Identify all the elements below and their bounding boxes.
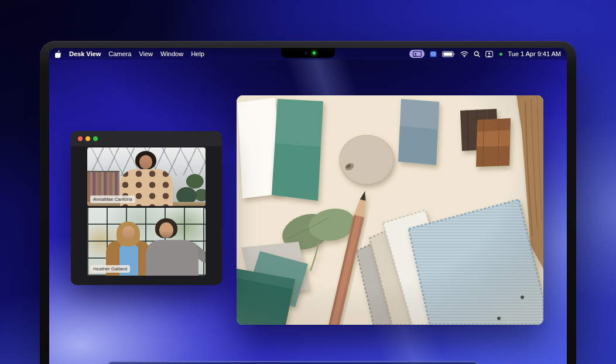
- menu-camera[interactable]: Camera: [108, 50, 131, 57]
- camera-active-led: [313, 51, 316, 54]
- menu-desk-view[interactable]: Desk View: [69, 50, 101, 57]
- menu-bar-left: Desk View Camera View Window Help: [55, 50, 204, 58]
- menu-view[interactable]: View: [139, 50, 153, 57]
- zoom-button[interactable]: [93, 136, 98, 141]
- menu-window[interactable]: Window: [160, 50, 183, 57]
- video-call-titlebar[interactable]: [71, 131, 222, 146]
- battery-icon[interactable]: [442, 51, 455, 57]
- participant-name-label: Heather Galland: [90, 265, 130, 273]
- video-tile-heather[interactable]: Heather Galland: [87, 208, 206, 276]
- wifi-icon[interactable]: [460, 51, 468, 57]
- background-window-edge[interactable]: [107, 361, 479, 364]
- desktop-wallpaper: Desk View Camera View Window Help: [49, 48, 567, 364]
- camera-in-use-dot: [499, 53, 502, 56]
- search-icon[interactable]: [474, 51, 480, 57]
- video-tiles: AnnaMae Cantoria Heather Galland: [87, 147, 206, 276]
- desk-view-window[interactable]: [237, 95, 543, 325]
- screen-mirroring-icon[interactable]: [430, 51, 437, 57]
- photo-vignette: [237, 95, 543, 325]
- camera-notch: [281, 48, 335, 58]
- menu-bar-clock[interactable]: Tue 1 Apr 9:41 AM: [508, 50, 561, 57]
- office-plants: [167, 170, 206, 206]
- marketing-background: Desk View Camera View Window Help: [0, 0, 616, 364]
- close-button[interactable]: [78, 136, 83, 141]
- man-sweater: [146, 240, 199, 276]
- menu-help[interactable]: Help: [191, 50, 204, 57]
- annamae-face: [139, 155, 152, 169]
- minimize-button[interactable]: [85, 136, 90, 141]
- desk-view-feed: [237, 95, 543, 325]
- menu-bar-status-area: Tue 1 Apr 9:41 AM: [409, 50, 561, 58]
- participant-name-label: AnnaMae Cantoria: [90, 195, 135, 203]
- video-call-window[interactable]: AnnaMae Cantoria Heather Galland: [71, 131, 222, 285]
- user-switch-icon[interactable]: [485, 51, 493, 57]
- man-face: [159, 222, 173, 238]
- macbook-display: Desk View Camera View Window Help: [40, 41, 576, 364]
- camera-lens: [304, 51, 307, 54]
- heather-face: [122, 226, 135, 239]
- desk-view-status-icon[interactable]: [409, 50, 425, 58]
- video-tile-annamae[interactable]: AnnaMae Cantoria: [87, 147, 206, 206]
- apple-menu-icon[interactable]: [55, 50, 61, 58]
